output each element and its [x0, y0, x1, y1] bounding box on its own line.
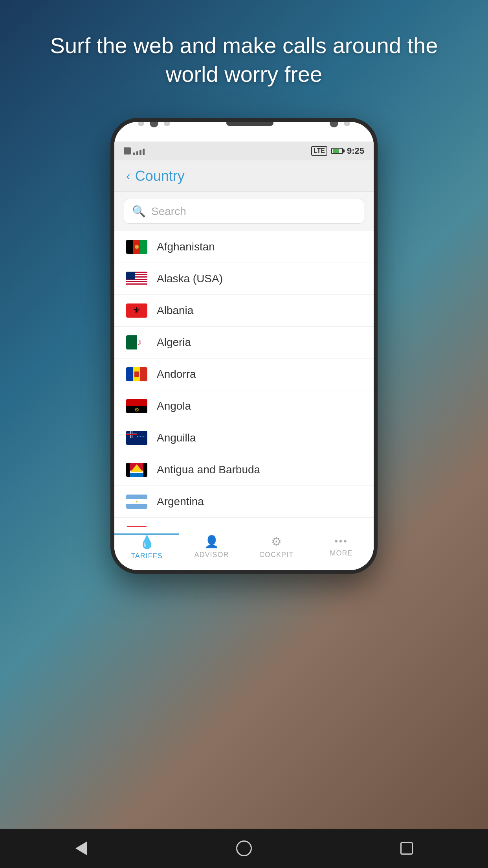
tab-cockpit[interactable]: ⚙ COCKPIT — [244, 535, 309, 563]
list-item[interactable]: ⚜ Albania — [114, 295, 374, 327]
phone-speaker — [226, 120, 273, 126]
status-bar: LTE 9:25 — [114, 142, 374, 160]
tab-more[interactable]: ••• MORE — [309, 536, 374, 561]
header-text: Surf the web and make calls around the w… — [0, 31, 488, 89]
back-button[interactable]: ‹ Country — [126, 168, 185, 184]
country-name: Argentina — [157, 495, 204, 508]
phone-decorations — [114, 119, 374, 127]
flag-algeria: ☽ — [126, 335, 147, 349]
tariffs-icon: 💧 — [139, 535, 155, 550]
list-item[interactable]: ~~~ Anguilla — [114, 422, 374, 454]
status-bar-left — [124, 147, 145, 155]
flag-argentina: ✦ — [126, 495, 147, 509]
dots-right — [330, 119, 350, 127]
phone-screen: LTE 9:25 ‹ Country 🔍 Search — [114, 142, 374, 570]
country-name: Afghanistan — [157, 241, 215, 253]
list-item[interactable]: ☽ Algeria — [114, 327, 374, 359]
flag-angola: ⚙ — [126, 399, 147, 413]
signal-bar-3 — [139, 150, 141, 155]
dot-2 — [150, 119, 158, 127]
more-icon: ••• — [334, 536, 348, 547]
android-back-button[interactable] — [70, 837, 93, 860]
time-display: 9:25 — [347, 146, 364, 156]
search-container: 🔍 Search — [114, 192, 374, 231]
tab-advisor-label: ADVISOR — [194, 551, 229, 559]
country-name: Algeria — [157, 336, 191, 349]
country-name: Antigua and Barbuda — [157, 463, 260, 476]
android-home-button[interactable] — [232, 837, 256, 860]
dot-1 — [138, 120, 144, 126]
search-input-wrap[interactable]: 🔍 Search — [124, 199, 364, 224]
list-item[interactable]: Alaska (USA) — [114, 263, 374, 295]
cockpit-icon: ⚙ — [271, 535, 282, 548]
country-name: Anguilla — [157, 432, 196, 444]
battery-icon — [331, 148, 343, 154]
signal-bars — [133, 147, 145, 155]
search-icon: 🔍 — [132, 205, 146, 218]
back-chevron-icon: ‹ — [126, 169, 130, 183]
flag-anguilla: ~~~ — [126, 431, 147, 445]
list-item[interactable]: Andorra — [114, 359, 374, 390]
dot-4 — [330, 119, 338, 127]
flag-albania: ⚜ — [126, 303, 147, 318]
tab-bar: 💧 TARIFFS 👤 ADVISOR ⚙ COCKPIT ••• MORE — [114, 527, 374, 570]
battery-fill — [333, 149, 339, 153]
country-name: Alaska (USA) — [157, 272, 223, 285]
sim-icon — [124, 147, 131, 154]
signal-bar-2 — [136, 151, 138, 155]
tab-tariffs[interactable]: 💧 TARIFFS — [114, 533, 179, 564]
list-item[interactable]: Antigua and Barbuda — [114, 454, 374, 486]
country-name: Andorra — [157, 368, 196, 381]
signal-bar-4 — [143, 149, 145, 155]
nav-header: ‹ Country — [114, 160, 374, 192]
page-title: Country — [135, 168, 185, 184]
search-placeholder: Search — [151, 205, 186, 218]
android-back-icon — [75, 841, 87, 855]
country-list[interactable]: Afghanistan — [114, 231, 374, 570]
dot-5 — [344, 120, 350, 126]
android-recent-button[interactable] — [395, 837, 418, 860]
tab-advisor[interactable]: 👤 ADVISOR — [179, 535, 244, 563]
country-name: Albania — [157, 304, 193, 317]
android-recent-icon — [400, 842, 413, 855]
android-nav-bar — [0, 829, 488, 868]
flag-usa — [126, 272, 147, 286]
lte-badge: LTE — [311, 146, 327, 156]
status-bar-right: LTE 9:25 — [311, 146, 364, 156]
list-item[interactable]: ⚙ Angola — [114, 390, 374, 422]
android-home-icon — [236, 840, 252, 856]
list-item[interactable]: Afghanistan — [114, 231, 374, 263]
flag-afghanistan — [126, 240, 147, 254]
flag-andorra — [126, 367, 147, 381]
flag-antigua — [126, 463, 147, 477]
signal-bar-1 — [133, 153, 135, 155]
tab-cockpit-label: COCKPIT — [259, 551, 294, 559]
dots-left — [138, 119, 170, 127]
dot-3 — [164, 120, 170, 126]
tab-tariffs-label: TARIFFS — [131, 552, 163, 560]
list-item[interactable]: ✦ Argentina — [114, 486, 374, 518]
phone-mockup: LTE 9:25 ‹ Country 🔍 Search — [110, 118, 378, 574]
tab-more-label: MORE — [330, 549, 353, 557]
advisor-icon: 👤 — [204, 535, 219, 548]
country-name: Angola — [157, 400, 191, 412]
